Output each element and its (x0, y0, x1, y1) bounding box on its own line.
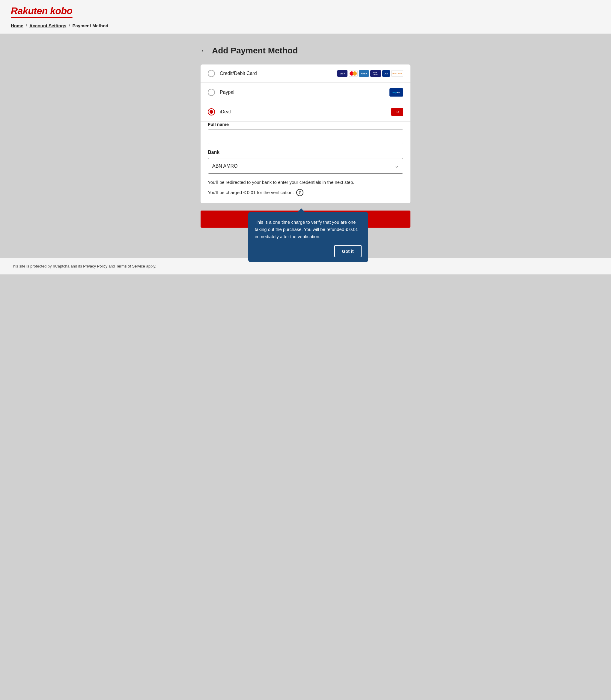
question-mark-icon[interactable]: ? (296, 189, 303, 196)
breadcrumb-sep1: / (26, 23, 27, 28)
radio-ideal[interactable] (208, 108, 215, 115)
terms-of-service-link[interactable]: Terms of Service (116, 264, 145, 268)
jcb-icon: JCB (382, 70, 390, 77)
bank-select-wrapper: ABN AMRO ING Rabobank SNS Bank ASN Bank … (208, 158, 403, 174)
full-name-label: Full name (208, 122, 403, 127)
visa-debit-icon: VISADEBIT (370, 70, 381, 77)
paypal-logo-icon: PayPal (389, 88, 403, 97)
tooltip-body-text: This is a one time charge to verify that… (255, 220, 358, 239)
paypal-label: Paypal (220, 90, 385, 95)
privacy-policy-link[interactable]: Privacy Policy (83, 264, 107, 268)
charge-note-text: You'll be charged € 0.01 for the verific… (208, 190, 294, 195)
paypal-icon-area: PayPal (389, 88, 403, 97)
credit-label: Credit/Debit Card (220, 71, 332, 76)
payment-card: Credit/Debit Card VISA AMEX VISADEBIT JC… (200, 64, 411, 203)
breadcrumb-current: Payment Method (72, 23, 108, 28)
payment-option-ideal[interactable]: iDeal iD (200, 102, 411, 122)
header: Rakuten kobo Home / Account Settings / P… (0, 0, 611, 34)
ideal-icon-area: iD (391, 108, 403, 116)
back-arrow-icon[interactable]: ← (200, 47, 207, 55)
footer-text: This site is protected by hCaptcha and i… (11, 264, 82, 268)
tooltip-area: ? This is a one time charge to verify th… (296, 189, 303, 196)
bank-label: Bank (208, 150, 403, 155)
breadcrumb-home[interactable]: Home (11, 23, 24, 28)
tooltip-popup: This is a one time charge to verify that… (248, 212, 368, 262)
credit-card-icons: VISA AMEX VISADEBIT JCB DISCOVER (337, 70, 403, 77)
full-name-input[interactable] (208, 129, 403, 144)
main-content: ← Add Payment Method Credit/Debit Card V… (0, 34, 611, 246)
charge-row: You'll be charged € 0.01 for the verific… (208, 189, 403, 196)
bank-select[interactable]: ABN AMRO ING Rabobank SNS Bank ASN Bank … (208, 158, 403, 174)
payment-option-credit[interactable]: Credit/Debit Card VISA AMEX VISADEBIT JC… (200, 64, 411, 83)
radio-credit[interactable] (208, 70, 215, 77)
amex-icon: AMEX (359, 70, 369, 77)
redirect-note: You'll be redirected to your bank to ent… (208, 179, 403, 186)
ideal-logo-icon: iD (391, 108, 403, 116)
page-header: ← Add Payment Method (200, 46, 411, 56)
logo-text: Rakuten kobo (11, 5, 73, 16)
ideal-label: iDeal (220, 109, 386, 115)
mastercard-icon (349, 70, 358, 77)
radio-paypal[interactable] (208, 89, 215, 96)
got-it-button[interactable]: Got it (334, 245, 361, 257)
footer-apply: apply. (146, 264, 156, 268)
ideal-form: Full name Bank ABN AMRO ING Rabobank SNS… (200, 122, 411, 203)
discover-icon: DISCOVER (391, 70, 403, 77)
visa-icon: VISA (337, 70, 347, 77)
page-title: Add Payment Method (212, 46, 298, 56)
logo: Rakuten kobo (11, 5, 600, 18)
breadcrumb-account-settings[interactable]: Account Settings (29, 23, 66, 28)
footer-and: and (108, 264, 115, 268)
payment-option-paypal[interactable]: Paypal PayPal (200, 83, 411, 102)
breadcrumb-sep2: / (69, 23, 70, 28)
charge-note: You'll be charged € 0.01 for the verific… (208, 189, 403, 196)
breadcrumb: Home / Account Settings / Payment Method (11, 23, 600, 28)
